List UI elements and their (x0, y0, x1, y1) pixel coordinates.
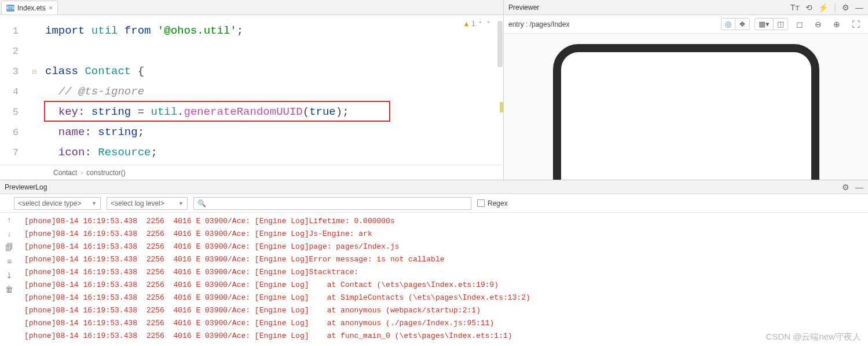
log-line: [phone]08-14 16:19:53.438 2256 4016 E 03… (24, 330, 862, 343)
breadcrumb[interactable]: Contact › constructor() (0, 165, 503, 180)
log-search-input[interactable]: 🔍 (193, 197, 471, 210)
scrollbar-thumb[interactable] (497, 21, 503, 67)
text-size-icon[interactable]: Tᴛ (790, 3, 800, 12)
log-panel: PreviewerLog ⚙ — <select device type>▼ <… (0, 180, 868, 345)
log-line: [phone]08-14 16:19:53.438 2256 4016 E 03… (24, 292, 862, 304)
log-toolbar: ↑ ↓ 🗐 ≡ ⤓ 🗑 (0, 213, 19, 345)
search-icon: 🔍 (197, 199, 206, 207)
prev-issue-icon[interactable]: ˄ (477, 21, 484, 27)
log-line: [phone]08-14 16:19:53.438 2256 4016 E 03… (24, 215, 862, 228)
chevron-down-icon: ▼ (178, 201, 184, 206)
log-line: [phone]08-14 16:19:53.438 2256 4016 E 03… (24, 279, 862, 292)
close-icon[interactable]: × (49, 3, 53, 12)
ets-file-icon: ETS (6, 5, 14, 12)
line-gutter: 1 2 3 4 5 6 7 (0, 15, 29, 165)
warning-icon: ▲ (463, 20, 470, 28)
code-area[interactable]: 1 2 3 4 5 6 7 ⊟ import util from '@ohos.… (0, 15, 503, 165)
file-tab[interactable]: ETS Index.ets × (1, 1, 58, 14)
panel-title: Previewer (508, 3, 790, 12)
device-type-select[interactable]: <select device type>▼ (14, 197, 101, 210)
watermark: CSDN @云端new守夜人 (766, 332, 861, 343)
plug-icon[interactable]: ⚡ (818, 3, 828, 12)
gear-icon[interactable]: ⚙ (842, 3, 849, 12)
inspection-badge[interactable]: ▲ 1 ˄ ˅ (463, 20, 492, 28)
checkbox-icon (477, 199, 485, 207)
previewer-pane: Previewer Tᴛ ⟲ ⚡ | ⚙ — entry : /pages/In… (504, 0, 868, 180)
tab-label: Index.ets (17, 4, 46, 12)
panel-title: PreviewerLog (5, 183, 842, 191)
change-marker (500, 102, 503, 112)
crop-icon[interactable]: ◻ (793, 19, 807, 30)
log-line: [phone]08-14 16:19:53.438 2256 4016 E 03… (24, 228, 862, 241)
log-output[interactable]: [phone]08-14 16:19:53.438 2256 4016 E 03… (19, 213, 868, 345)
divider: | (834, 3, 836, 12)
next-issue-icon[interactable]: ˅ (485, 21, 492, 27)
chevron-right-icon: › (80, 169, 83, 177)
trash-icon[interactable]: 🗑 (5, 285, 13, 294)
log-line: [phone]08-14 16:19:53.438 2256 4016 E 03… (24, 304, 862, 317)
fold-icon[interactable]: ⊟ (29, 61, 39, 82)
grid-icon[interactable]: ▦▾ (755, 19, 774, 30)
log-line: [phone]08-14 16:19:53.438 2256 4016 E 03… (24, 253, 862, 266)
log-line: [phone]08-14 16:19:53.438 2256 4016 E 03… (24, 266, 862, 279)
minimize-icon[interactable]: — (855, 183, 863, 192)
fold-strip: ⊟ (29, 15, 39, 165)
scroll-end-icon[interactable]: ⤓ (6, 271, 13, 280)
inspect-icon[interactable]: ◎ (721, 19, 735, 30)
phone-frame (553, 44, 819, 180)
scroll-up-icon[interactable]: ↑ (8, 215, 12, 224)
highlight-box (44, 101, 390, 122)
gear-icon[interactable]: ⚙ (842, 183, 849, 192)
log-line: [phone]08-14 16:19:53.438 2256 4016 E 03… (24, 317, 862, 330)
editor-pane: ETS Index.ets × 1 2 3 4 5 6 7 ⊟ import u… (0, 0, 504, 180)
chevron-down-icon: ▼ (91, 201, 97, 206)
log-line: [phone]08-14 16:19:53.438 2256 4016 E 03… (24, 241, 862, 253)
layers-icon[interactable]: ❖ (735, 19, 749, 30)
entry-path: entry : /pages/Index (508, 20, 716, 28)
fullscreen-icon[interactable]: ⛶ (848, 19, 863, 30)
export-icon[interactable]: 🗐 (5, 243, 13, 252)
device-canvas (504, 34, 868, 180)
regex-checkbox[interactable]: Regex (477, 199, 508, 207)
columns-icon[interactable]: ◫ (774, 19, 788, 30)
log-level-select[interactable]: <select log level>▼ (107, 197, 188, 210)
zoom-in-icon[interactable]: ⊕ (830, 19, 844, 30)
tab-bar: ETS Index.ets × (0, 0, 503, 15)
scroll-down-icon[interactable]: ↓ (8, 229, 12, 238)
zoom-out-icon[interactable]: ⊖ (811, 19, 825, 30)
wrap-icon[interactable]: ≡ (7, 257, 12, 266)
refresh-icon[interactable]: ⟲ (805, 3, 812, 12)
code-body[interactable]: import util from '@ohos.util'; class Con… (39, 15, 503, 165)
minimize-icon[interactable]: — (855, 3, 863, 12)
